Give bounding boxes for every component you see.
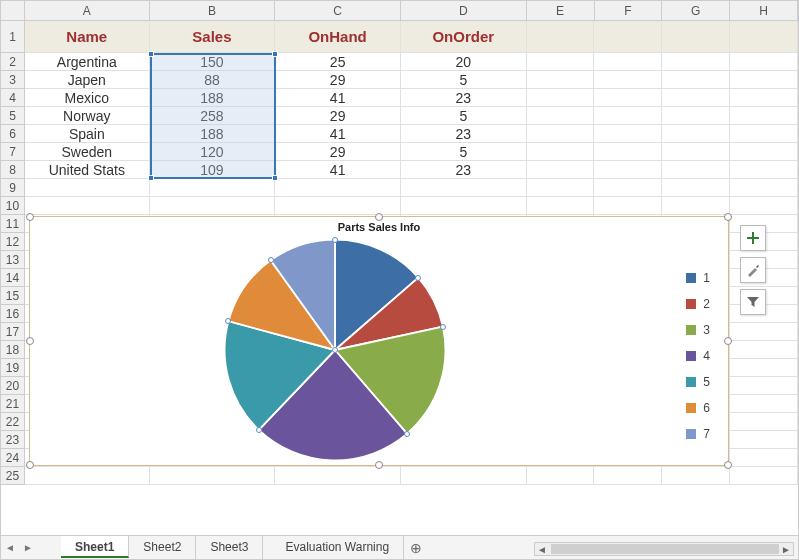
cell[interactable] [662, 89, 730, 107]
cell[interactable] [662, 71, 730, 89]
tab-nav-next[interactable]: ► [19, 536, 37, 560]
cell[interactable] [594, 197, 662, 215]
cell[interactable]: Japen [25, 71, 150, 89]
cell[interactable] [527, 71, 595, 89]
cell[interactable]: 188 [150, 125, 276, 143]
cell[interactable]: United Stats [25, 161, 150, 179]
row-header-13[interactable]: 13 [1, 251, 25, 269]
cell[interactable]: 29 [275, 107, 401, 125]
cell[interactable] [594, 107, 662, 125]
legend-item-2[interactable]: 2 [686, 291, 710, 317]
row-header-16[interactable]: 16 [1, 305, 25, 323]
cell[interactable] [527, 197, 595, 215]
cell[interactable] [730, 395, 798, 413]
row-header-21[interactable]: 21 [1, 395, 25, 413]
cell[interactable] [662, 125, 730, 143]
legend-item-3[interactable]: 3 [686, 317, 710, 343]
cell[interactable] [527, 143, 595, 161]
cell[interactable]: 41 [275, 161, 401, 179]
cell[interactable] [662, 107, 730, 125]
cell[interactable]: 5 [401, 107, 527, 125]
cell[interactable] [730, 179, 798, 197]
cell[interactable] [527, 107, 595, 125]
cell[interactable] [594, 21, 662, 53]
sheet-tab-2[interactable]: Sheet2 [129, 536, 196, 559]
cell[interactable]: Norway [25, 107, 150, 125]
row-header-8[interactable]: 8 [1, 161, 25, 179]
row-header-1[interactable]: 1 [1, 21, 25, 53]
cell[interactable]: Sweden [25, 143, 150, 161]
cell[interactable] [730, 359, 798, 377]
cell[interactable] [662, 143, 730, 161]
cell[interactable] [730, 125, 798, 143]
cell[interactable]: OnHand [275, 21, 401, 53]
cell[interactable] [150, 179, 276, 197]
row-header-7[interactable]: 7 [1, 143, 25, 161]
legend-item-5[interactable]: 5 [686, 369, 710, 395]
cell[interactable] [730, 467, 798, 485]
cell[interactable]: 23 [401, 89, 527, 107]
cell[interactable] [25, 179, 150, 197]
cell[interactable] [730, 53, 798, 71]
row-header-6[interactable]: 6 [1, 125, 25, 143]
row-header-22[interactable]: 22 [1, 413, 25, 431]
cell[interactable] [662, 53, 730, 71]
row-header-5[interactable]: 5 [1, 107, 25, 125]
cell[interactable] [730, 431, 798, 449]
tab-nav-prev[interactable]: ◄ [1, 536, 19, 560]
cell[interactable] [594, 125, 662, 143]
cell[interactable]: 23 [401, 125, 527, 143]
row-header-24[interactable]: 24 [1, 449, 25, 467]
legend-item-4[interactable]: 4 [686, 343, 710, 369]
cell[interactable]: 5 [401, 143, 527, 161]
cell[interactable] [527, 53, 595, 71]
cell[interactable] [275, 467, 401, 485]
sheet-tab-evaluation[interactable]: Evaluation Warning [271, 536, 404, 559]
cell[interactable] [527, 467, 595, 485]
sheet-tab-3[interactable]: Sheet3 [196, 536, 263, 559]
cell[interactable] [594, 179, 662, 197]
cell[interactable] [594, 161, 662, 179]
row-header-25[interactable]: 25 [1, 467, 25, 485]
cell[interactable] [730, 197, 798, 215]
col-header-C[interactable]: C [275, 1, 401, 21]
cell[interactable] [401, 197, 527, 215]
row-header-20[interactable]: 20 [1, 377, 25, 395]
cell[interactable] [25, 467, 150, 485]
horizontal-scrollbar[interactable]: ◄► [534, 542, 794, 556]
cell[interactable] [594, 467, 662, 485]
cell[interactable] [730, 21, 798, 53]
row-header-19[interactable]: 19 [1, 359, 25, 377]
row-header-17[interactable]: 17 [1, 323, 25, 341]
row-header-18[interactable]: 18 [1, 341, 25, 359]
cell[interactable]: Spain [25, 125, 150, 143]
cell[interactable]: 88 [150, 71, 276, 89]
cell[interactable]: 29 [275, 71, 401, 89]
col-header-F[interactable]: F [595, 1, 663, 21]
cell[interactable]: Name [25, 21, 150, 53]
chart-filters-button[interactable] [740, 289, 766, 315]
select-all-corner[interactable] [1, 1, 25, 21]
legend-item-7[interactable]: 7 [686, 421, 710, 447]
cell[interactable] [527, 89, 595, 107]
row-header-11[interactable]: 11 [1, 215, 25, 233]
cell[interactable]: 23 [401, 161, 527, 179]
cell[interactable] [662, 21, 730, 53]
cell[interactable]: 109 [150, 161, 276, 179]
row-header-14[interactable]: 14 [1, 269, 25, 287]
cell[interactable] [662, 197, 730, 215]
pie-plot-area[interactable] [220, 235, 450, 465]
cell[interactable] [594, 89, 662, 107]
new-sheet-button[interactable]: ⊕ [404, 540, 428, 556]
cell[interactable] [662, 467, 730, 485]
col-header-E[interactable]: E [527, 1, 595, 21]
cell[interactable] [730, 89, 798, 107]
col-header-H[interactable]: H [730, 1, 798, 21]
row-header-3[interactable]: 3 [1, 71, 25, 89]
cell[interactable]: 188 [150, 89, 276, 107]
cell[interactable]: 258 [150, 107, 276, 125]
cell[interactable] [730, 413, 798, 431]
cell[interactable] [275, 179, 401, 197]
legend-item-6[interactable]: 6 [686, 395, 710, 421]
cell[interactable] [730, 323, 798, 341]
